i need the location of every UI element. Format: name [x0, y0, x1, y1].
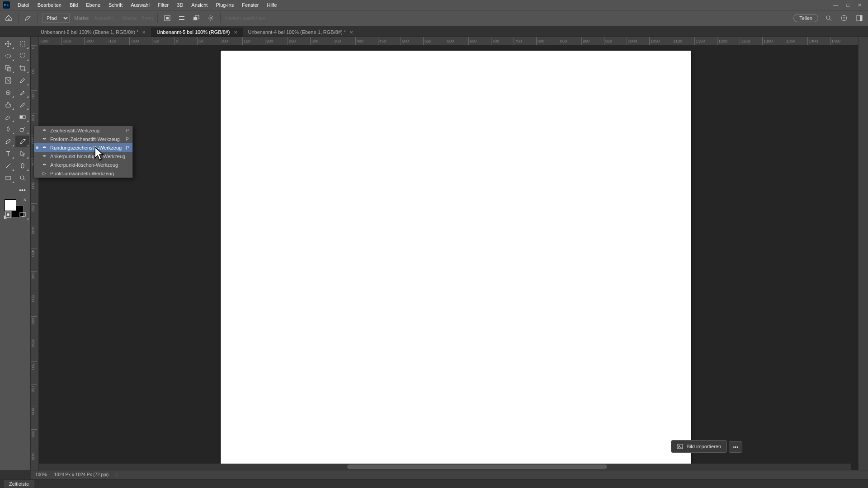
blur-tool[interactable]	[1, 123, 15, 135]
workspace-icon[interactable]	[854, 13, 864, 23]
close-icon[interactable]: ✕	[349, 30, 353, 35]
toolbox: T ••• ⤭ ◧	[0, 37, 31, 470]
pen-tool[interactable]	[1, 136, 15, 147]
make-shape-button[interactable]: Form	[142, 15, 153, 21]
more-tools-icon[interactable]: •••	[15, 184, 29, 196]
align-edges-checkbox[interactable]: Kanten ausrichten	[225, 15, 265, 21]
history-brush-tool[interactable]	[15, 99, 29, 111]
horizontal-scrollbar[interactable]	[39, 464, 851, 470]
eraser-tool[interactable]	[1, 111, 15, 123]
screenmode-tool[interactable]	[15, 209, 29, 221]
svg-point-26	[7, 213, 9, 216]
gradient-tool[interactable]	[15, 111, 29, 123]
lasso-tool[interactable]	[15, 50, 29, 62]
svg-rect-2	[179, 16, 184, 17]
canvas[interactable]	[221, 51, 691, 470]
svg-point-20	[20, 128, 24, 132]
ruler-horizontal[interactable]: -300-250-200-150-100-5005010015020025030…	[39, 37, 858, 45]
gear-icon[interactable]	[206, 13, 216, 23]
zoom-level[interactable]: 100%	[35, 472, 47, 477]
svg-text:?: ?	[843, 16, 845, 20]
window-close-button[interactable]: ✕	[858, 2, 862, 8]
ruler-origin[interactable]	[31, 37, 39, 45]
line-tool[interactable]	[1, 160, 15, 172]
heal-tool[interactable]	[1, 87, 15, 99]
clone-tool[interactable]	[1, 99, 15, 111]
make-selection-button[interactable]: Auswahl…	[94, 15, 118, 21]
svg-rect-3	[179, 19, 184, 20]
flyout-item-2[interactable]: ✒Rundungszeichenstift-WerkzeugP	[34, 143, 132, 152]
close-icon[interactable]: ✕	[142, 30, 146, 35]
window-maximize-button[interactable]: □	[846, 2, 849, 8]
svg-point-13	[5, 54, 11, 58]
artboard-tool[interactable]	[15, 38, 29, 50]
menu-3d[interactable]: 3D	[173, 2, 187, 8]
svg-rect-1	[166, 17, 169, 19]
flyout-item-3[interactable]: ✒Ankerpunkt-hinzufügen-Werkzeug	[34, 152, 132, 160]
path-select-tool[interactable]	[15, 148, 29, 160]
menu-bild[interactable]: Bild	[66, 2, 82, 8]
help-icon[interactable]: ?	[839, 13, 849, 23]
zoom-tool[interactable]	[15, 172, 29, 184]
flyout-item-1[interactable]: ✒Freiform-Zeichenstift-WerkzeugP	[34, 135, 132, 143]
crop-tool[interactable]	[15, 62, 29, 74]
menu-filter[interactable]: Filter	[154, 2, 173, 8]
svg-point-7	[826, 16, 830, 19]
curvature-pen-tool[interactable]	[15, 136, 29, 147]
menu-datei[interactable]: Datei	[14, 2, 33, 8]
type-tool[interactable]: T	[1, 148, 15, 160]
ruler-vertical[interactable]: 0501001502002503003504004505005506006507…	[31, 45, 39, 470]
svg-text:T: T	[6, 150, 10, 157]
svg-rect-27	[20, 212, 25, 216]
make-mask-button[interactable]: Maske	[122, 15, 137, 21]
svg-rect-19	[20, 116, 23, 118]
window-minimize-button[interactable]: —	[833, 2, 838, 8]
pen-mode-select[interactable]: Pfad	[42, 14, 70, 23]
quickmask-tool[interactable]	[1, 209, 15, 221]
menu-ebene[interactable]: Ebene	[82, 2, 104, 8]
options-bar: Pfad Marke: Auswahl… Maske Form Kanten a…	[0, 10, 868, 26]
dodge-tool[interactable]	[15, 123, 29, 135]
svg-rect-23	[6, 176, 10, 180]
doc-info[interactable]: 1024 Px x 1024 Px (72 ppi)	[54, 472, 109, 477]
home-icon[interactable]	[4, 13, 14, 23]
path-align-icon[interactable]	[177, 13, 187, 23]
doc-tab-2[interactable]: Unbenannt-4 bei 100% (Ebene 1, RGB/8#) *…	[243, 28, 359, 37]
info-arrow-icon[interactable]: 〉	[116, 472, 120, 478]
share-button[interactable]: Teilen	[793, 14, 818, 22]
rectangle-tool[interactable]	[1, 172, 15, 184]
close-icon[interactable]: ✕	[234, 30, 237, 35]
path-arrange-icon[interactable]	[191, 13, 201, 23]
menu-hilfe[interactable]: Hilfe	[263, 2, 281, 8]
brush-tool[interactable]	[15, 87, 29, 99]
flyout-item-4[interactable]: ✒Ankerpunkt-löschen-Werkzeug	[34, 160, 132, 169]
path-ops-icon[interactable]	[162, 13, 172, 23]
svg-point-21	[24, 139, 25, 141]
menu-bearbeiten[interactable]: Bearbeiten	[33, 2, 66, 8]
hand-tool[interactable]	[15, 160, 29, 172]
move-tool[interactable]	[1, 38, 15, 50]
flyout-item-0[interactable]: ✒Zeichenstift-WerkzeugP	[34, 126, 132, 135]
menu-plugins[interactable]: Plug-ins	[212, 2, 238, 8]
menu-auswahl[interactable]: Auswahl	[127, 2, 154, 8]
import-image-button[interactable]: Bild importieren	[671, 440, 727, 453]
swap-colors-icon[interactable]: ⤭	[23, 197, 27, 202]
frame-tool[interactable]	[1, 75, 15, 86]
search-icon[interactable]	[824, 13, 834, 23]
eyedropper-tool[interactable]	[15, 75, 29, 86]
quick-select-tool[interactable]	[1, 62, 15, 74]
menu-schrift[interactable]: Schrift	[104, 2, 127, 8]
tool-preset-icon[interactable]	[23, 13, 33, 23]
doc-tab-1[interactable]: Unbenannt-5 bei 100% (RGB/8#)✕	[151, 28, 242, 37]
canvas-area[interactable]: -300-250-200-150-100-5005010015020025030…	[31, 37, 858, 470]
flyout-item-5[interactable]: ▷Punkt-umwandeln-Werkzeug	[34, 169, 132, 178]
marquee-tool[interactable]	[1, 50, 15, 62]
menu-fenster[interactable]: Fenster	[238, 2, 263, 8]
document-tabs: Unbenannt-6 bei 100% (Ebene 1, RGB/8#) *…	[0, 26, 868, 37]
menu-ansicht[interactable]: Ansicht	[187, 2, 212, 8]
timeline-panel-tab[interactable]: Zeitleiste	[0, 479, 868, 488]
right-panel-dock[interactable]	[858, 37, 868, 470]
make-label: Marke:	[74, 15, 90, 21]
doc-tab-0[interactable]: Unbenannt-6 bei 100% (Ebene 1, RGB/8#) *…	[35, 28, 151, 37]
import-more-button[interactable]: •••	[729, 441, 742, 453]
